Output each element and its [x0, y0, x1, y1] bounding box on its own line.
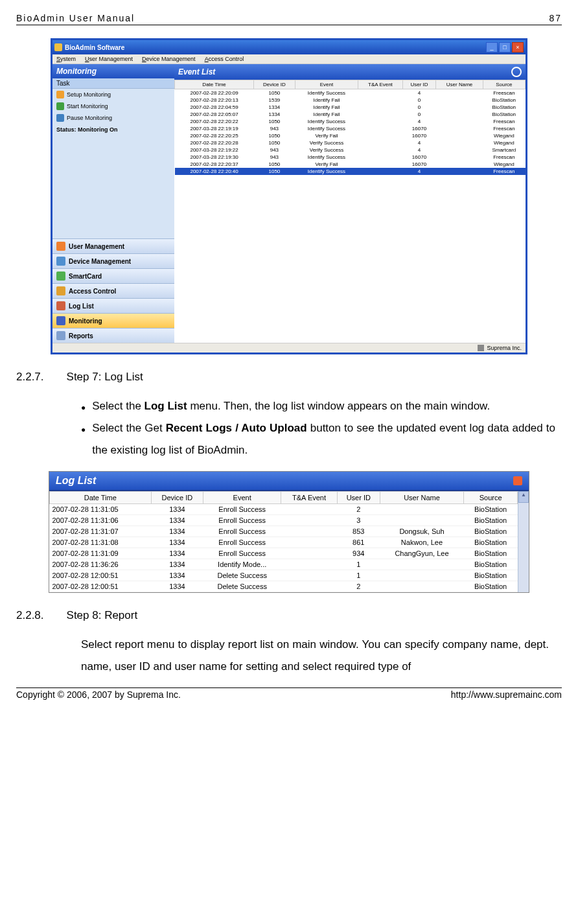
nav-device-mgmt[interactable]: Device Management: [52, 253, 174, 268]
table-row[interactable]: 2007-02-28 22:20:091050Identify Success4…: [175, 89, 526, 97]
refresh-icon[interactable]: [513, 476, 522, 485]
column-header[interactable]: Device ID: [151, 492, 203, 504]
table-row[interactable]: 2007-02-28 22:20:281050Verify Success4Wi…: [175, 139, 526, 146]
menu-user-mgmt[interactable]: User Management: [85, 56, 133, 62]
table-row[interactable]: 2007-02-28 22:20:251050Verify Fail16070W…: [175, 132, 526, 139]
column-header[interactable]: Event: [203, 492, 281, 504]
table-row[interactable]: 2007-02-28 22:05:071334Identify Fail0Bio…: [175, 111, 526, 118]
section-227-heading: 2.2.7. Step 7: Log List: [16, 371, 562, 384]
main-area: Event List Date TimeDevice IDEventT&A Ev…: [174, 64, 526, 343]
table-row[interactable]: 2007-02-28 22:04:591334Identify Fail0Bio…: [175, 104, 526, 111]
company-icon: [478, 345, 484, 351]
start-icon: [56, 102, 64, 110]
page-header: BioAdmin User Manual 87: [16, 13, 562, 25]
column-header[interactable]: Event: [295, 80, 358, 89]
table-row[interactable]: 2007-03-28 22:19:30943Identify Success16…: [175, 154, 526, 161]
event-list-header: Event List: [174, 64, 526, 80]
nav-user-mgmt[interactable]: User Management: [52, 238, 174, 253]
statusbar: Suprema Inc.: [52, 343, 526, 352]
scroll-up-icon[interactable]: ▲: [518, 491, 529, 503]
minimize-button[interactable]: _: [486, 42, 498, 52]
card-icon: [56, 271, 65, 281]
lock-icon: [56, 286, 65, 295]
column-header[interactable]: Source: [483, 80, 525, 89]
table-row[interactable]: 2007-02-28 11:31:051334Enroll Success2Bi…: [50, 504, 518, 515]
setup-icon: [56, 91, 64, 98]
pause-icon: [56, 114, 64, 122]
bullet-icon: ●: [81, 417, 86, 461]
task-setup-monitoring[interactable]: Setup Monitoring: [52, 89, 174, 100]
menu-access-control[interactable]: Access Control: [205, 56, 244, 62]
column-header[interactable]: Source: [464, 492, 518, 504]
task-start-monitoring[interactable]: Start Monitoring: [52, 100, 174, 112]
scrollbar[interactable]: ▲: [518, 491, 529, 592]
table-row[interactable]: 2007-02-28 11:36:261334Identify Mode...1…: [50, 559, 518, 570]
table-row[interactable]: 2007-02-28 22:20:401050Identify Success4…: [175, 168, 526, 175]
loglist-window: Log List Date TimeDevice IDEventT&A Even…: [49, 471, 529, 593]
search-icon[interactable]: [511, 67, 522, 77]
doc-title: BioAdmin User Manual: [16, 13, 135, 23]
nav-log-list[interactable]: Log List: [52, 298, 174, 313]
report-icon: [56, 331, 65, 340]
column-header[interactable]: Date Time: [175, 80, 254, 89]
table-row[interactable]: 2007-03-28 22:19:22943Verify Success4Sma…: [175, 146, 526, 154]
bullet-icon: ●: [81, 395, 86, 417]
column-header[interactable]: User ID: [402, 80, 436, 89]
section-228-heading: 2.2.8. Step 8: Report: [16, 609, 562, 622]
loglist-table: Date TimeDevice IDEventT&A EventUser IDU…: [49, 491, 518, 592]
table-row[interactable]: 2007-02-28 11:31:091334Enroll Success934…: [50, 548, 518, 559]
bullet-1: ● Select the Log List menu. Then, the lo…: [81, 395, 555, 417]
menu-system[interactable]: System: [56, 56, 76, 62]
column-header[interactable]: T&A Event: [358, 80, 402, 89]
nav-monitoring[interactable]: Monitoring: [52, 313, 174, 328]
table-row[interactable]: 2007-02-28 22:20:131539Identify Fail0Bio…: [175, 97, 526, 104]
titlebar[interactable]: BioAdmin Software _ □ ×: [52, 40, 526, 54]
page-number: 87: [549, 13, 562, 23]
table-row[interactable]: 2007-02-28 12:00:511334Delete Success1Bi…: [50, 570, 518, 581]
sidebar-title: Monitoring: [52, 64, 174, 78]
section-title: Step 7: Log List: [67, 371, 143, 384]
column-header[interactable]: User Name: [380, 492, 464, 504]
section-228-paragraph: Select report menu to display report lis…: [81, 634, 549, 678]
close-button[interactable]: ×: [512, 42, 524, 52]
table-row[interactable]: 2007-02-28 22:20:221050Identify Success4…: [175, 118, 526, 125]
footer-url: http://www.supremainc.com: [451, 689, 562, 700]
column-header[interactable]: Device ID: [254, 80, 295, 89]
bioadmin-window: BioAdmin Software _ □ × System User Mana…: [51, 38, 527, 354]
table-row[interactable]: 2007-02-28 11:31:081334Enroll Success861…: [50, 537, 518, 548]
table-row[interactable]: 2007-02-28 12:00:511334Delete Success2Bi…: [50, 581, 518, 592]
table-row[interactable]: 2007-03-28 22:19:19943Identify Success16…: [175, 125, 526, 132]
device-icon: [56, 257, 65, 266]
column-header[interactable]: Date Time: [50, 492, 152, 504]
monitoring-status: Status: Monitoring On: [52, 124, 174, 135]
menubar: System User Management Device Management…: [52, 54, 526, 64]
section-number: 2.2.7.: [16, 371, 44, 384]
column-header[interactable]: T&A Event: [281, 492, 338, 504]
sidebar: Monitoring Task Setup Monitoring Start M…: [52, 64, 174, 343]
task-pause-monitoring[interactable]: Pause Monitoring: [52, 112, 174, 124]
event-table: Date TimeDevice IDEventT&A EventUser IDU…: [174, 80, 526, 175]
column-header[interactable]: User Name: [436, 80, 483, 89]
user-icon: [56, 242, 65, 251]
copyright: Copyright © 2006, 2007 by Suprema Inc.: [16, 689, 181, 700]
table-row[interactable]: 2007-02-28 11:31:061334Enroll Success3Bi…: [50, 515, 518, 526]
table-row[interactable]: 2007-02-28 22:20:371050Verify Fail16070W…: [175, 161, 526, 168]
task-header: Task: [52, 78, 174, 89]
nav-smartcard[interactable]: SmartCard: [52, 268, 174, 283]
nav-buttons: User Management Device Management SmartC…: [52, 238, 174, 343]
nav-reports[interactable]: Reports: [52, 328, 174, 343]
page-footer: Copyright © 2006, 2007 by Suprema Inc. h…: [16, 687, 562, 700]
monitor-icon: [56, 316, 65, 325]
window-title: BioAdmin Software: [65, 44, 124, 51]
table-row[interactable]: 2007-02-28 11:31:071334Enroll Success853…: [50, 526, 518, 537]
log-icon: [56, 301, 65, 310]
maximize-button[interactable]: □: [499, 42, 511, 52]
section-number: 2.2.8.: [16, 609, 44, 622]
app-icon: [54, 43, 62, 51]
menu-device-mgmt[interactable]: Device Management: [142, 56, 196, 62]
section-title: Step 8: Report: [67, 609, 138, 622]
loglist-header: Log List: [49, 472, 529, 491]
column-header[interactable]: User ID: [337, 492, 380, 504]
nav-access-control[interactable]: Access Control: [52, 283, 174, 298]
bullet-2: ● Select the Get Recent Logs / Auto Uplo…: [81, 417, 555, 461]
